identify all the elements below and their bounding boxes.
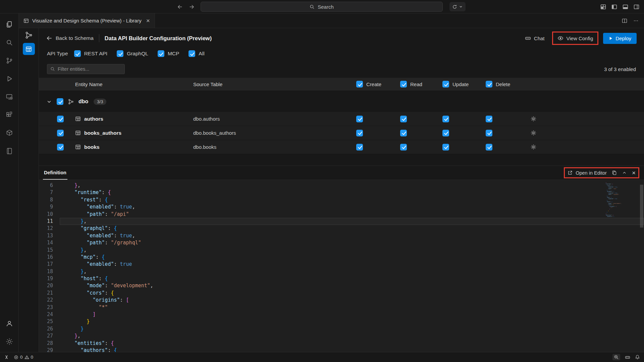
schema-file-icon[interactable]: [0, 142, 19, 160]
crud-header-checkbox[interactable]: [400, 81, 407, 87]
nav-back-icon[interactable]: [177, 4, 183, 10]
crud-header-checkbox[interactable]: [356, 81, 363, 87]
schema-group-row-dbo[interactable]: dbo 3/3: [39, 94, 644, 109]
toggle-secondary-sidebar-icon[interactable]: [634, 4, 639, 10]
schema-visualization-icon[interactable]: [25, 32, 33, 39]
crud-checkbox-delete[interactable]: [486, 130, 492, 136]
crud-header-label: Update: [452, 81, 469, 87]
crud-checkbox-create[interactable]: [356, 144, 363, 150]
api-type-checkbox[interactable]: [189, 50, 195, 57]
back-to-schema-label: Back to Schema: [56, 35, 94, 41]
filter-entities-box[interactable]: [47, 64, 125, 74]
crud-checkbox-update[interactable]: [442, 116, 449, 122]
bell-icon[interactable]: [635, 355, 640, 360]
settings-icon[interactable]: [0, 333, 19, 351]
code-line-28: 28 "entities": {: [39, 340, 644, 347]
api-type-option-mcp[interactable]: MCP: [158, 50, 179, 57]
activity-bar: [0, 13, 19, 352]
deploy-label: Deploy: [615, 36, 631, 41]
crud-checkbox-delete[interactable]: [486, 144, 492, 150]
api-type-option-all[interactable]: All: [189, 50, 204, 57]
view-config-annotation-box: View Config: [552, 32, 599, 45]
crud-checkbox-create[interactable]: [356, 116, 363, 122]
divider: [99, 34, 99, 42]
api-type-option-label: MCP: [168, 51, 179, 57]
view-config-button[interactable]: View Config: [555, 34, 596, 43]
row-checkbox[interactable]: [57, 130, 64, 136]
filter-entities-input[interactable]: [58, 66, 121, 72]
row-settings-gear-icon[interactable]: [531, 130, 536, 136]
tab-title: Visualize and Design Schema (Preview) - …: [32, 18, 142, 23]
source-table: dbo.books_authors: [193, 130, 356, 136]
scrollbar-thumb[interactable]: [640, 185, 643, 228]
crud-header-label: Create: [366, 81, 381, 87]
api-type-checkbox[interactable]: [158, 50, 164, 57]
remote-explorer-icon[interactable]: [0, 88, 19, 106]
code-editor[interactable]: 6 },7 "runtime": {8 "rest": {9 "enabled"…: [39, 180, 644, 352]
search-icon[interactable]: [0, 34, 19, 52]
crud-checkbox-update[interactable]: [442, 144, 449, 150]
database-icon[interactable]: [0, 124, 19, 142]
copilot-status-icon[interactable]: [625, 355, 630, 360]
toggle-panel-icon[interactable]: [623, 4, 628, 10]
api-type-option-label: REST API: [84, 51, 108, 57]
definition-tab[interactable]: Definition: [43, 166, 67, 180]
crud-checkbox-create[interactable]: [356, 130, 363, 136]
dab-configuration-icon[interactable]: [23, 43, 35, 55]
group-checkbox[interactable]: [57, 98, 63, 105]
code-line-23: 23 "*": [39, 304, 644, 311]
nav-forward-icon[interactable]: [189, 4, 195, 10]
api-type-checkbox[interactable]: [74, 50, 81, 57]
crud-checkbox-read[interactable]: [400, 144, 407, 150]
deploy-button[interactable]: Deploy: [603, 33, 637, 44]
editor-scrollbar[interactable]: [639, 180, 644, 352]
problems-indicator[interactable]: 0 0: [14, 355, 33, 360]
chat-button[interactable]: Chat: [522, 34, 547, 43]
run-dropdown[interactable]: [449, 2, 466, 11]
code-line-16: 16 "mcp": {: [39, 254, 644, 261]
row-settings-gear-icon[interactable]: [531, 116, 536, 122]
row-settings-gear-icon[interactable]: [531, 144, 536, 150]
customize-layout-icon[interactable]: [600, 4, 606, 10]
run-and-debug-icon[interactable]: [0, 70, 19, 88]
code-line-18: 18 },: [39, 268, 644, 275]
crud-header-checkbox[interactable]: [442, 81, 449, 87]
tab-close-icon[interactable]: ×: [146, 17, 150, 24]
row-checkbox[interactable]: [57, 116, 64, 122]
back-to-schema-button[interactable]: Back to Schema: [46, 35, 94, 41]
copy-icon[interactable]: [612, 170, 617, 175]
crud-checkbox-read[interactable]: [400, 130, 407, 136]
crud-checkbox-delete[interactable]: [486, 116, 492, 122]
header-actions: Chat View Config Deploy: [522, 32, 637, 45]
close-icon[interactable]: ×: [632, 170, 636, 176]
api-type-row: API Type REST APIGraphQLMCPAll: [39, 47, 644, 60]
api-type-checkbox[interactable]: [117, 50, 123, 57]
zoom-icon[interactable]: [612, 354, 620, 360]
open-in-editor-button[interactable]: Open in Editor: [568, 170, 607, 176]
editor-actions: [622, 13, 644, 28]
api-type-option-rest-api[interactable]: REST API: [74, 50, 108, 57]
source-control-icon[interactable]: [0, 52, 19, 70]
entity-row-books_authors: books_authorsdbo.books_authors: [39, 126, 644, 140]
crud-checkbox-update[interactable]: [442, 130, 449, 136]
api-type-option-graphql[interactable]: GraphQL: [117, 50, 148, 57]
remote-indicator-icon[interactable]: [4, 355, 9, 360]
toggle-sidebar-icon[interactable]: [611, 4, 617, 10]
page-title: Data API Builder Configuration (Preview): [105, 35, 212, 42]
code-lines: 6 },7 "runtime": {8 "rest": {9 "enabled"…: [39, 180, 644, 352]
chevron-up-icon[interactable]: [622, 170, 627, 175]
explorer-icon[interactable]: [0, 15, 19, 34]
more-actions-icon[interactable]: [633, 18, 639, 23]
extensions-icon[interactable]: [0, 106, 19, 124]
search-placeholder: Search: [318, 4, 334, 10]
row-checkbox[interactable]: [57, 144, 64, 150]
crud-header-checkbox[interactable]: [486, 81, 492, 87]
chevron-down-icon[interactable]: [46, 99, 52, 105]
tab-visualize-design-schema[interactable]: Visualize and Design Schema (Preview) - …: [19, 13, 155, 28]
account-icon[interactable]: [0, 314, 19, 333]
entity-name: books_authors: [84, 130, 121, 136]
split-editor-icon[interactable]: [622, 18, 627, 23]
crud-checkbox-read[interactable]: [400, 116, 407, 122]
source-table: dbo.books: [193, 144, 356, 150]
command-center-search[interactable]: Search: [201, 2, 443, 12]
